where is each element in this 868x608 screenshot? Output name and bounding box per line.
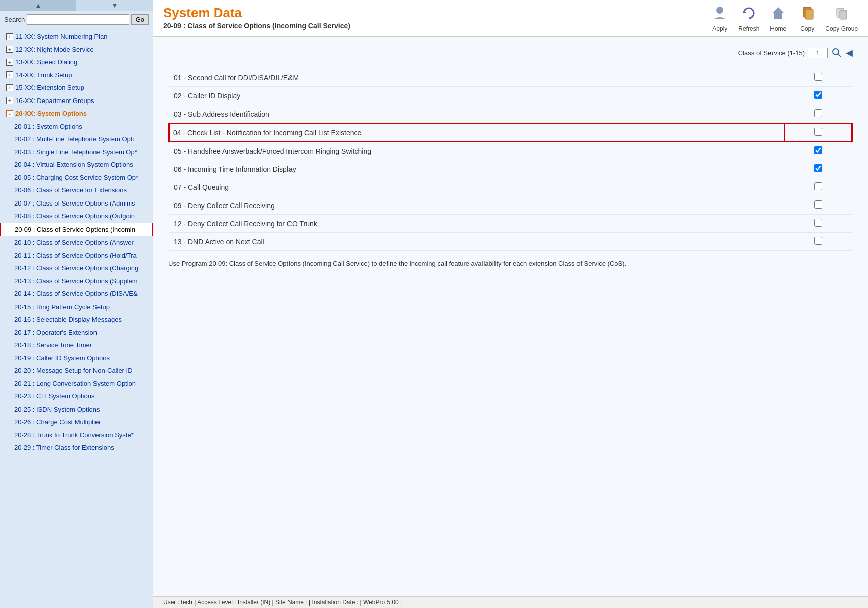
sidebar-item-20-06[interactable]: 20-06 : Class of Service for Extensions xyxy=(0,184,153,197)
cos-nav-arrow[interactable]: ◀ xyxy=(846,47,853,58)
sidebar-item-20-08[interactable]: 20-08 : Class of Service Options (Outgoi… xyxy=(0,210,153,223)
option-row-03: 03 - Sub Address Identification xyxy=(169,105,852,124)
sidebar-item-label-15xx: 15-XX: Extension Setup xyxy=(15,83,84,93)
option-checkbox-07[interactable] xyxy=(814,182,822,190)
option-checkbox-04[interactable] xyxy=(814,128,822,136)
main-content: System Data 20-09 : Class of Service Opt… xyxy=(153,0,868,608)
sidebar-item-14xx[interactable]: +14-XX: Trunk Setup xyxy=(0,69,153,82)
sidebar-item-20-16[interactable]: 20-16 : Selectable Display Messages xyxy=(0,313,153,326)
option-check-cell-02 xyxy=(784,87,852,105)
sidebar-item-20-11[interactable]: 20-11 : Class of Service Options (Hold/T… xyxy=(0,249,153,262)
copy-group-button[interactable]: Copy Group xyxy=(825,5,858,32)
sidebar-item-label-12xx: 12-XX: Night Mode Service xyxy=(15,45,94,55)
sidebar-item-20-17[interactable]: 20-17 : Operator's Extension xyxy=(0,326,153,339)
sidebar-item-20-02[interactable]: 20-02 : Multi-Line Telephone System Opti xyxy=(0,133,153,146)
sidebar-item-15xx[interactable]: +15-XX: Extension Setup xyxy=(0,81,153,94)
option-checkbox-01[interactable] xyxy=(814,73,822,81)
sidebar-item-20-10[interactable]: 20-10 : Class of Service Options (Answer xyxy=(0,236,153,249)
sidebar-item-label-20-19: 20-19 : Caller ID System Options xyxy=(14,354,110,362)
sidebar-item-20-18[interactable]: 20-18 : Service Tone Timer xyxy=(0,339,153,352)
sidebar-item-20-01[interactable]: 20-01 : System Options xyxy=(0,120,153,133)
svg-point-0 xyxy=(716,7,723,14)
svg-marker-2 xyxy=(772,7,784,19)
svg-rect-6 xyxy=(840,10,847,19)
option-check-cell-09 xyxy=(784,196,852,215)
sidebar-item-label-20-26: 20-26 : Charge Cost Multiplier xyxy=(14,418,101,426)
sidebar-item-20-23[interactable]: 20-23 : CTI System Options xyxy=(0,390,153,403)
home-button[interactable]: Home xyxy=(767,5,789,32)
expand-icon-20xx: - xyxy=(6,110,13,117)
option-label-01: 01 - Second Call for DDI/DISA/DIL/E&M xyxy=(169,69,784,87)
sidebar-item-20-25[interactable]: 20-25 : ISDN System Options xyxy=(0,403,153,416)
sidebar-item-20-21[interactable]: 20-21 : Long Conversation System Option xyxy=(0,377,153,390)
copy-button[interactable]: Copy xyxy=(796,5,818,32)
option-label-06: 06 - Incoming Time Information Display xyxy=(169,160,784,178)
option-checkbox-03[interactable] xyxy=(814,109,822,117)
copy-label: Copy xyxy=(800,25,814,32)
sidebar-item-label-20-01: 20-01 : System Options xyxy=(14,123,82,130)
option-check-cell-03 xyxy=(784,105,852,124)
sidebar-item-label-20-06: 20-06 : Class of Service for Extensions xyxy=(14,186,127,194)
expand-icon-15xx: + xyxy=(6,84,13,91)
option-checkbox-13[interactable] xyxy=(814,237,822,245)
option-checkbox-09[interactable] xyxy=(814,200,822,209)
page-title: System Data xyxy=(163,5,350,21)
sidebar-item-label-20-08: 20-08 : Class of Service Options (Outgoi… xyxy=(14,212,135,220)
search-input[interactable] xyxy=(27,14,129,25)
option-check-cell-07 xyxy=(784,178,852,196)
expand-icon-16xx: + xyxy=(6,97,13,104)
option-row-05: 05 - Handsfree Answerback/Forced Interco… xyxy=(169,142,852,160)
option-label-02: 02 - Caller ID Display xyxy=(169,87,784,105)
go-button[interactable]: Go xyxy=(131,14,149,25)
sidebar-item-20-03[interactable]: 20-03 : Single Line Telephone System Op* xyxy=(0,146,153,159)
sidebar-item-20-14[interactable]: 20-14 : Class of Service Options (DISA/E… xyxy=(0,287,153,300)
sidebar-item-20-29[interactable]: 20-29 : Timer Class for Extensions xyxy=(0,441,153,454)
option-checkbox-12[interactable] xyxy=(814,219,822,227)
sidebar-item-20-26[interactable]: 20-26 : Charge Cost Multiplier xyxy=(0,416,153,429)
svg-line-8 xyxy=(838,54,841,57)
sidebar-item-20-07[interactable]: 20-07 : Class of Service Options (Admini… xyxy=(0,197,153,210)
sidebar-item-20-04[interactable]: 20-04 : Virtual Extension System Options xyxy=(0,158,153,171)
sidebar-item-20-19[interactable]: 20-19 : Caller ID System Options xyxy=(0,352,153,365)
option-label-05: 05 - Handsfree Answerback/Forced Interco… xyxy=(169,142,784,160)
sidebar-scroll-up[interactable]: ▲ xyxy=(0,0,76,11)
option-label-13: 13 - DND Active on Next Call xyxy=(169,233,784,251)
sidebar-item-20-12[interactable]: 20-12 : Class of Service Options (Chargi… xyxy=(0,262,153,275)
cos-input[interactable] xyxy=(808,48,828,58)
option-check-cell-05 xyxy=(784,142,852,160)
sidebar-item-13xx[interactable]: +13-XX: Speed Dialing xyxy=(0,56,153,69)
option-checkbox-02[interactable] xyxy=(814,91,822,99)
sidebar-item-20-28[interactable]: 20-28 : Trunk to Trunk Conversion Syste* xyxy=(0,429,153,442)
toolbar-actions: ApplyRefreshHomeCopyCopy Group xyxy=(709,5,858,32)
search-label: Search xyxy=(4,16,25,23)
sidebar-scroll-down[interactable]: ▼ xyxy=(76,0,153,11)
apply-label: Apply xyxy=(712,25,727,32)
sidebar-item-12xx[interactable]: +12-XX: Night Mode Service xyxy=(0,43,153,56)
sidebar-item-20xx[interactable]: -20-XX: System Options xyxy=(0,107,153,120)
sidebar-item-label-16xx: 16-XX: Department Groups xyxy=(15,96,94,106)
option-row-04: 04 - Check List - Notification for Incom… xyxy=(169,123,852,142)
sidebar-item-20-09[interactable]: 20-09 : Class of Service Options (Incomi… xyxy=(0,223,153,237)
sidebar-item-11xx[interactable]: +11-XX: System Numbering Plan xyxy=(0,30,153,43)
option-label-03: 03 - Sub Address Identification xyxy=(169,105,784,124)
cos-search-button[interactable] xyxy=(831,47,843,59)
sidebar-item-16xx[interactable]: +16-XX: Department Groups xyxy=(0,94,153,108)
sidebar-item-20-20[interactable]: 20-20 : Message Setup for Non-Caller ID xyxy=(0,364,153,377)
option-checkbox-06[interactable] xyxy=(814,164,822,172)
sidebar-scroll-arrows: ▲ ▼ xyxy=(0,0,153,11)
description: Use Program 20-09: Class of Service Opti… xyxy=(168,259,853,269)
sidebar-item-label-14xx: 14-XX: Trunk Setup xyxy=(15,70,72,80)
sidebar-item-label-20-03: 20-03 : Single Line Telephone System Op* xyxy=(14,148,137,156)
refresh-icon xyxy=(741,5,757,24)
sidebar-item-label-20-23: 20-23 : CTI System Options xyxy=(14,392,94,400)
refresh-button[interactable]: Refresh xyxy=(738,5,760,32)
sidebar-item-20-13[interactable]: 20-13 : Class of Service Options (Supple… xyxy=(0,275,153,288)
sidebar-item-20-15[interactable]: 20-15 : Ring Pattern Cycle Setup xyxy=(0,300,153,314)
sidebar-item-label-20-07: 20-07 : Class of Service Options (Admini… xyxy=(14,199,135,207)
sidebar-item-label-20-09: 20-09 : Class of Service Options (Incomi… xyxy=(15,226,135,233)
sidebar-item-label-11xx: 11-XX: System Numbering Plan xyxy=(15,32,108,42)
sidebar-item-20-05[interactable]: 20-05 : Charging Cost Service System Op* xyxy=(0,171,153,184)
apply-button[interactable]: Apply xyxy=(709,5,731,32)
option-check-cell-01 xyxy=(784,69,852,87)
option-checkbox-05[interactable] xyxy=(814,146,822,154)
